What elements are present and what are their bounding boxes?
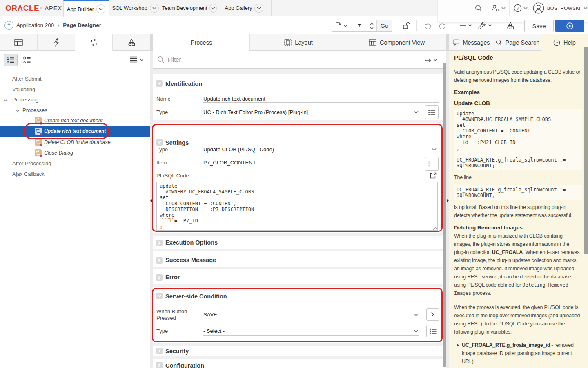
collapse-execution-options-button[interactable] [156,240,163,246]
breadcrumb-application[interactable]: Application 200 [16,22,54,28]
field-value-ssc-type[interactable]: - Select - [203,328,225,334]
layout-icon [284,39,292,46]
tab-process[interactable]: Process [153,34,250,51]
oracle-wordmark: ORACLE [5,4,39,13]
ssc-quick-pick-button[interactable] [426,325,439,337]
open-code-editor-icon[interactable] [430,172,437,179]
resize-grip[interactable] [433,226,437,230]
lock-button[interactable] [402,19,411,32]
collapse-server-side-condition-button[interactable] [156,293,163,299]
center-scrollbar-thumb[interactable] [443,63,446,367]
tab-rendering[interactable] [0,34,38,51]
field-value-settings-type[interactable]: Update CLOB (PL/SQL Code) [203,146,274,153]
plsql-code-editor[interactable]: update #OWNER#.UC_FROALA_SAMPLE_CLOBS se… [156,182,438,231]
select-chevron-icon[interactable] [414,313,419,316]
nav-tab-team-development[interactable]: Team Development [162,0,217,16]
tab-dynamic-actions[interactable] [38,34,75,51]
tab-processing[interactable] [75,34,113,51]
field-underline [203,335,419,336]
page-number-input[interactable] [353,22,365,29]
oracle-apex-logo[interactable]: ORACLE® APEX [5,0,62,16]
field-underline [203,319,419,319]
go-to-group-icon[interactable] [424,56,432,63]
tree-item-after-submit[interactable]: After Submit [0,73,150,84]
nav-tab-sql-workshop[interactable]: SQL Workshop [109,0,162,16]
tab-component-view[interactable]: Component View [347,34,446,51]
section-separator [153,233,443,236]
header-admin-menu[interactable] [487,0,509,16]
type-quick-pick-button[interactable] [425,105,439,119]
collapse-identification-button[interactable] [156,80,163,87]
order-view-button[interactable]: 12 [4,54,18,66]
collapse-error-button[interactable] [156,274,163,281]
center-panel-tabs: ProcessLayoutComponent View [153,34,446,51]
field-value-when-button[interactable]: SAVE [203,312,217,318]
left-splitter[interactable] [150,34,153,368]
item-quick-pick-button[interactable] [425,157,439,171]
header-search-button[interactable] [470,0,487,16]
nav-tab-app-gallery[interactable]: App Gallery [217,0,272,16]
tree-item-create-rich-text-document[interactable]: Create rich text document [0,115,150,126]
tab-help[interactable]: ?Help [541,34,588,51]
tree-item-ajax-callback[interactable]: Ajax Callback [0,169,150,180]
tab-page-search[interactable]: Page Search [494,34,541,51]
chevron-down-icon[interactable] [433,58,437,61]
field-underline [203,102,439,103]
tree-item-label: After Submit [12,76,42,82]
help-heading: Examples [454,88,582,96]
tree-expand-icon[interactable] [16,109,20,112]
select-chevron-icon[interactable] [414,111,419,114]
tree-item-processes[interactable]: Processes [0,105,150,116]
go-to-button[interactable] [426,308,439,321]
tree-item-processing[interactable]: Processing [0,94,150,105]
tree-item-delete-clob-in-the-database[interactable]: Delete CLOB in the database [0,137,150,148]
create-plus-icon [460,22,466,28]
header-help-menu[interactable]: ? [509,0,532,16]
chevron-down-icon [523,7,528,9]
select-chevron-icon[interactable] [414,330,419,332]
field-value-item[interactable]: P7_CLOB_CONTENT [203,159,256,166]
save-button[interactable]: Save [524,20,554,32]
help-line: using REST). In the PL/SQL Code you can … [454,320,582,328]
select-chevron-icon[interactable] [432,148,437,151]
tree-item-after-processing[interactable]: After Processing [0,158,150,169]
tree-item-update-rich-text-document[interactable]: Update rich text document [0,126,150,137]
collapse-settings-button[interactable] [156,139,163,146]
spinner-up-icon[interactable] [370,22,374,25]
up-to-application-button[interactable] [4,21,13,30]
help-line: using REST service, it can be deleted in… [454,273,582,281]
collapse-right-icon[interactable] [447,199,449,203]
help-paragraph: Valid anonymous PL/SQL code updating a C… [454,68,582,84]
collapse-configuration-button[interactable] [156,362,163,368]
collapse-left-icon[interactable] [150,199,152,203]
help-text-mono: Deleting Removed [522,282,568,288]
center-scrollbar[interactable] [443,51,446,368]
tree-item-validating[interactable]: Validating [0,84,150,94]
chevron-right-icon [158,241,160,245]
header-user-menu[interactable]: BOSTROWSKI [532,0,588,16]
tab-layout[interactable]: Layout [250,34,347,51]
tab-page-shared-components[interactable] [113,34,150,51]
filter-input[interactable] [168,55,372,65]
tree-item-close-dialog[interactable]: Close Dialog [0,148,150,158]
run-button[interactable] [555,20,584,32]
collapse-security-button[interactable] [156,348,163,354]
collapse-success-message-button[interactable] [156,257,163,264]
help-line: plug-in collection UC_FROALA. When end-u… [454,248,582,256]
section-title-server-side-condition: Server-side Condition [165,293,227,300]
tree-expand-icon[interactable] [3,99,8,101]
undo-button[interactable] [423,19,432,32]
process-icon [34,127,43,136]
group-view-button[interactable] [20,54,34,66]
page-finder-button[interactable] [332,20,351,31]
go-button[interactable]: Go [376,20,392,31]
right-splitter[interactable] [446,34,449,368]
tab-messages[interactable]: Messages [449,34,494,51]
spinner-down-icon[interactable] [370,27,374,29]
field-value-type[interactable]: UC - Rich Text Editor Pro (Process) [Plu… [203,109,308,115]
field-value-name[interactable]: Update rich text document [203,96,265,102]
right-scrollbar-thumb[interactable] [584,47,588,254]
tree-menu-button[interactable] [129,56,144,63]
nav-tab-app-builder[interactable]: App Builder [63,0,109,17]
help-line: images, the plug-in stores images inform… [454,240,582,248]
